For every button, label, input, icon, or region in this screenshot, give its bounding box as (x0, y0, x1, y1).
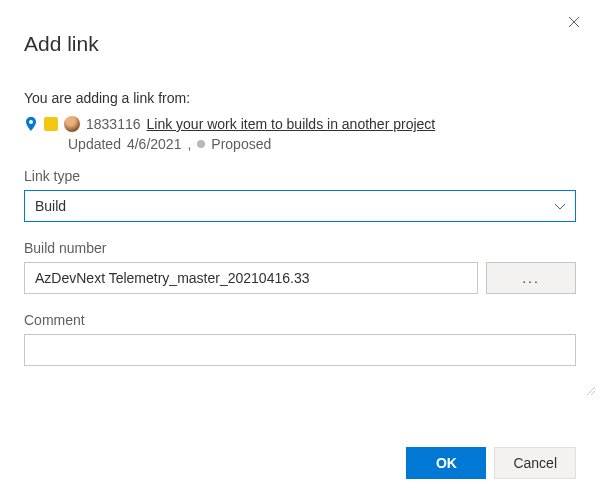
comment-label: Comment (24, 312, 576, 328)
build-number-input[interactable] (24, 262, 478, 294)
workitem-meta: Updated 4/6/2021 , Proposed (68, 136, 576, 152)
link-type-select[interactable] (24, 190, 576, 222)
state-dot-icon (197, 140, 205, 148)
close-button[interactable] (566, 14, 582, 30)
workitem-row: 1833116 Link your work item to builds in… (24, 116, 576, 132)
updated-separator: , (187, 136, 191, 152)
pin-icon (24, 117, 38, 131)
updated-date: 4/6/2021 (127, 136, 182, 152)
close-icon (568, 16, 580, 28)
workitem-id: 1833116 (86, 116, 141, 132)
workitem-state: Proposed (211, 136, 271, 152)
browse-button[interactable]: ... (486, 262, 576, 294)
link-type-input[interactable] (24, 190, 576, 222)
badge-icon (44, 117, 58, 131)
build-number-label: Build number (24, 240, 576, 256)
link-type-label: Link type (24, 168, 576, 184)
comment-input[interactable] (24, 334, 576, 366)
cancel-button[interactable]: Cancel (494, 447, 576, 479)
link-from-label: You are adding a link from: (24, 90, 576, 106)
dialog-footer: OK Cancel (406, 447, 576, 479)
resize-grip-icon[interactable] (584, 384, 596, 399)
dialog-title: Add link (24, 32, 576, 56)
avatar (64, 116, 80, 132)
workitem-title-link[interactable]: Link your work item to builds in another… (147, 116, 436, 132)
updated-prefix: Updated (68, 136, 121, 152)
ok-button[interactable]: OK (406, 447, 486, 479)
